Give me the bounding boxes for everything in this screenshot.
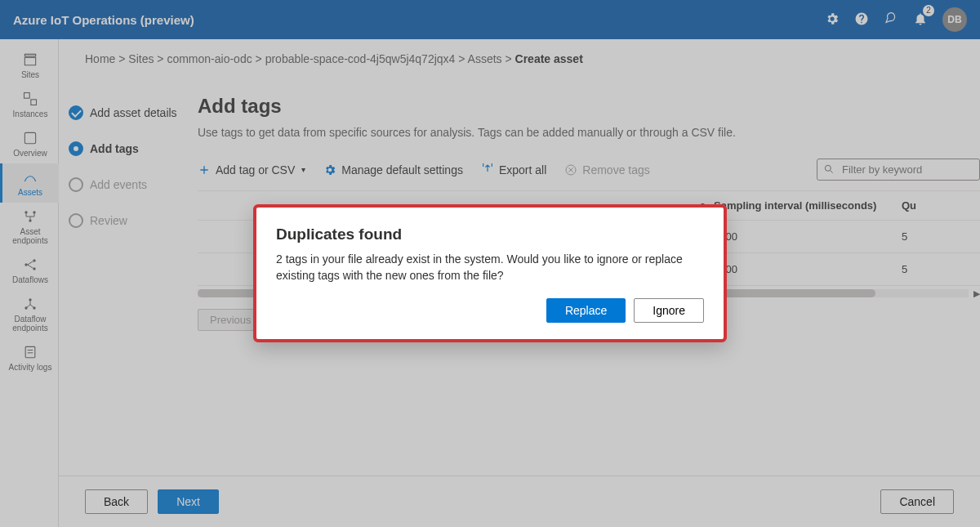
replace-button[interactable]: Replace	[546, 298, 626, 323]
modal-scrim: Duplicates found 2 tags in your file alr…	[0, 0, 980, 527]
dialog-body: 2 tags in your file already exist in the…	[276, 252, 704, 284]
duplicates-dialog: Duplicates found 2 tags in your file alr…	[253, 204, 727, 342]
dialog-title: Duplicates found	[276, 226, 704, 243]
ignore-button[interactable]: Ignore	[634, 298, 704, 323]
